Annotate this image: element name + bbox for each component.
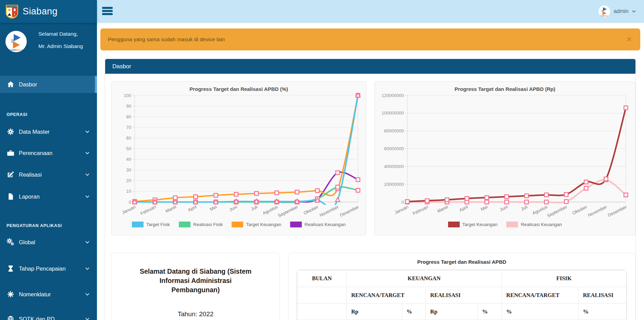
chevron-down-icon xyxy=(632,10,636,13)
home-icon xyxy=(6,80,15,88)
svg-text:50: 50 xyxy=(126,146,131,151)
svg-text:20: 20 xyxy=(126,178,131,183)
username-label: admin xyxy=(614,8,629,14)
chevron-down-icon xyxy=(85,130,89,133)
sidebar-item-data-master[interactable]: Data Master xyxy=(0,123,97,140)
svg-text:Mei: Mei xyxy=(209,204,218,212)
svg-text:40: 40 xyxy=(126,157,131,162)
chevron-down-icon xyxy=(85,241,89,244)
svg-text:November: November xyxy=(587,204,608,218)
svg-text:Januari: Januari xyxy=(394,204,409,215)
sidebar-item-realisasi[interactable]: Realisasi xyxy=(0,166,97,183)
user-panel: BOGORBERLARI Selamat Datang, Mr. Admin S… xyxy=(0,30,97,58)
svg-text:BOGORBERLARI: BOGORBERLARI xyxy=(9,49,24,51)
col-header-empty xyxy=(297,287,347,304)
sidebar-section-pengaturan: PENGATURAN APLIKASI xyxy=(7,223,62,228)
svg-text:0: 0 xyxy=(129,200,131,205)
col-header-bulan: BULAN xyxy=(297,270,347,287)
svg-text:Maret: Maret xyxy=(164,204,177,214)
svg-text:September: September xyxy=(546,204,568,218)
alert-close-button[interactable]: × xyxy=(625,35,633,44)
svg-text:Januari: Januari xyxy=(121,204,136,215)
unit-header-rp: Rp xyxy=(425,304,478,320)
sidebar-item-label: Dasbor xyxy=(19,81,37,88)
legend-swatch xyxy=(448,222,460,227)
chevron-down-icon xyxy=(85,173,89,176)
svg-text:Agustus: Agustus xyxy=(262,204,278,216)
app-title: Siabang xyxy=(23,6,58,17)
svg-text:90: 90 xyxy=(126,104,131,109)
svg-text:Desember: Desember xyxy=(339,204,360,218)
welcome-card: Selamat Datang di Siabang (Sistem Inform… xyxy=(111,253,280,320)
svg-text:Mei: Mei xyxy=(480,204,489,212)
apbd-table: BULAN KEUANGAN FISIK RENCANA/TARGET REAL… xyxy=(297,270,627,320)
svg-text:Agustus: Agustus xyxy=(532,204,548,216)
svg-text:120000000: 120000000 xyxy=(382,93,404,98)
hourglass-icon xyxy=(6,264,15,273)
col-header-rencana-fisik: RENCANA/TARGET xyxy=(501,287,578,304)
table-title: Progress Target dan Realisasi APBD xyxy=(288,259,635,265)
chart-title: Progress Target dan Realisasi APBD (%) xyxy=(112,86,366,92)
legend-item[interactable]: Realisasi Keuangan xyxy=(506,222,562,227)
chevron-down-icon xyxy=(85,318,89,320)
chevron-down-icon xyxy=(85,293,89,296)
welcome-text: Selamat Datang, xyxy=(38,31,78,37)
line-chart-rupiah: 0200000004000000060000000800000001000000… xyxy=(380,93,630,222)
chart-card-rupiah: Progress Target dan Realisasi APBD (Rp) … xyxy=(374,81,635,235)
sidebar-item-dasbor[interactable]: Dasbor xyxy=(0,76,97,93)
svg-text:November: November xyxy=(319,204,340,218)
col-header-realisasi-keu: REALISASI xyxy=(425,287,501,304)
legend-item[interactable]: Target Keuangan xyxy=(232,222,281,227)
sidebar-toggle-button[interactable] xyxy=(102,4,114,18)
svg-text:80000000: 80000000 xyxy=(384,128,404,133)
chevron-down-icon xyxy=(85,152,89,154)
svg-text:BOGORBERLARI: BOGORBERLARI xyxy=(600,15,609,17)
legend-item[interactable]: Realisasi Keuangan xyxy=(290,222,346,227)
col-header-fisik: FISIK xyxy=(501,270,626,287)
pencil-square-icon xyxy=(6,170,15,179)
svg-text:Oktober: Oktober xyxy=(303,204,320,216)
sidebar-item-label: Perencanaan xyxy=(19,150,52,156)
unit-header-pct: % xyxy=(402,304,425,320)
sidebar-item-sotk-dan-pd[interactable]: SOTK dan PD xyxy=(0,310,97,320)
svg-text:30: 30 xyxy=(126,167,131,173)
svg-text:April: April xyxy=(187,204,197,213)
navbar-avatar: BOGORBERLARI xyxy=(598,5,610,17)
line-chart-percent: 0102030405060708090100JanuariFebruariMar… xyxy=(117,93,361,222)
sidebar-item-global[interactable]: Global xyxy=(0,234,97,251)
svg-text:60: 60 xyxy=(126,135,131,141)
legend-item[interactable]: Target Keuangan xyxy=(448,222,498,227)
svg-text:70: 70 xyxy=(126,125,131,130)
unit-header-pct: % xyxy=(578,304,626,320)
legend-item[interactable]: Target Fisik xyxy=(132,222,170,227)
panel-title: Dasbor xyxy=(112,63,131,70)
unit-header-pct: % xyxy=(501,304,578,320)
sidebar-item-label: Realisasi xyxy=(19,171,42,178)
col-header-realisasi-fisik: REALISASI xyxy=(578,287,626,304)
user-name: Mr. Admin Siabang xyxy=(38,43,83,49)
panel-header: Dasbor xyxy=(105,59,635,74)
col-header-rencana-keu: RENCANA/TARGET xyxy=(347,287,426,304)
sidebar: KOTA BOGOR Siabang xyxy=(0,0,97,320)
chart-card-percent: Progress Target dan Realisasi APBD (%) 0… xyxy=(111,81,366,235)
unit-header-pct: % xyxy=(478,304,501,320)
sidebar-item-tahap-pencapaian[interactable]: Tahap Pencapaian xyxy=(0,260,97,277)
sidebar-section-operasi: OPERASI xyxy=(7,112,27,117)
svg-text:Juni: Juni xyxy=(499,204,508,212)
alert-message: Pengguna yang sama sudah masuk di device… xyxy=(108,36,225,43)
legend-item[interactable]: Realisasi Fisik xyxy=(179,222,223,227)
brand[interactable]: KOTA BOGOR Siabang xyxy=(0,0,97,23)
user-menu[interactable]: BOGORBERLARI admin xyxy=(598,5,636,17)
chevron-down-icon xyxy=(85,267,89,270)
chart-legend: Target Fisik Realisasi Fisik Target Keua… xyxy=(112,222,366,227)
sidebar-item-laporan[interactable]: Laporan xyxy=(0,188,97,205)
legend-swatch xyxy=(132,222,144,227)
dashboard-panel: Dasbor Progress Target dan Realisasi APB… xyxy=(105,59,635,320)
chart-title: Progress Target dan Realisasi APBD (Rp) xyxy=(375,86,635,92)
sidebar-item-perencanaan[interactable]: Perencanaan xyxy=(0,144,97,162)
svg-text:Oktober: Oktober xyxy=(571,204,588,216)
sidebar-item-label: Laporan xyxy=(19,193,40,200)
sidebar-item-nomenklatur[interactable]: Nomenklatur xyxy=(0,286,97,303)
svg-text:20000000: 20000000 xyxy=(384,182,404,187)
gear-icon xyxy=(6,128,15,136)
